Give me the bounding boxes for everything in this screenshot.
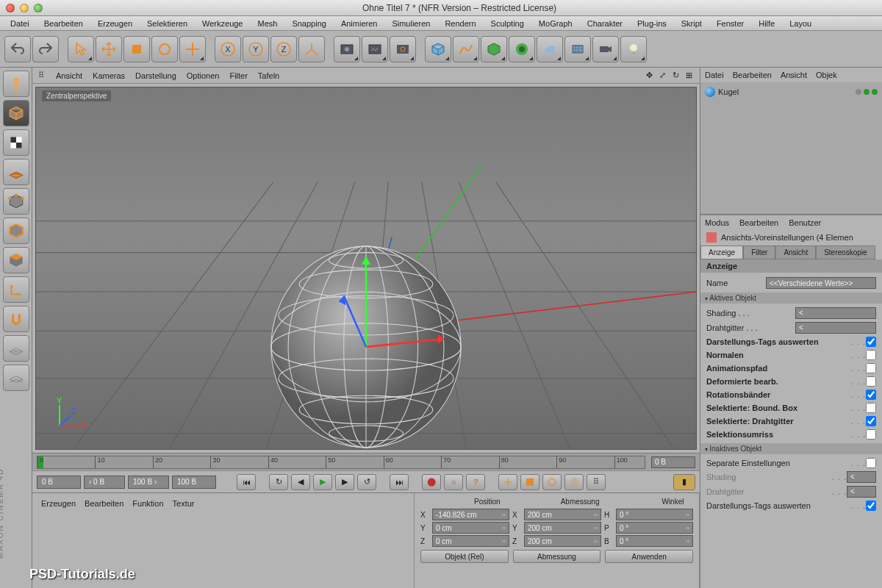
menu-simulieren[interactable]: Simulieren <box>384 18 437 29</box>
viewtab-kameras[interactable]: Kameras <box>93 71 125 80</box>
group-inactive[interactable]: Inaktives Objekt <box>700 443 882 454</box>
menu-erzeugen[interactable]: Erzeugen <box>90 18 140 29</box>
attr-tab-stereoskopie[interactable]: Stereoskopie <box>816 245 875 259</box>
key-move-button[interactable] <box>498 474 517 490</box>
menu-datei[interactable]: Datei <box>3 18 37 29</box>
rotate-view-icon[interactable]: ↻ <box>670 71 681 81</box>
check-darstellungstagsauswerten[interactable] <box>866 337 876 347</box>
prop-drahtgitter[interactable]: < <box>795 322 876 334</box>
dim-X[interactable]: 200 cm <box>524 509 601 520</box>
attr-tab-anzeige[interactable]: Anzeige <box>700 245 743 259</box>
om-menu-ansicht[interactable]: Ansicht <box>781 71 807 79</box>
key-rotate-button[interactable] <box>542 474 562 490</box>
iprop-drahtgitter[interactable]: < <box>847 486 876 498</box>
pos-X[interactable]: -140.826 cm <box>432 509 509 520</box>
scale-tool[interactable] <box>123 36 150 62</box>
check-rotationsbnder[interactable] <box>866 390 876 400</box>
pos-Z[interactable]: 0 cm <box>432 535 509 547</box>
menu-sculpting[interactable]: Sculpting <box>484 18 531 29</box>
timeline-ruler[interactable]: 0102030405060708090100 <box>37 456 645 469</box>
viewtab-darstellung[interactable]: Darstellung <box>135 71 176 80</box>
mat-tab-erzeugen[interactable]: Erzeugen <box>41 499 76 508</box>
om-menu-bearbeiten[interactable]: Bearbeiten <box>733 71 772 79</box>
layout-view-icon[interactable]: ⊞ <box>684 71 694 81</box>
ang-P[interactable]: 0 ° <box>616 522 693 534</box>
menu-skript[interactable]: Skript <box>674 18 709 29</box>
vis-render-dot[interactable] <box>872 89 878 95</box>
key-scale-button[interactable] <box>520 474 539 490</box>
mat-tab-funktion[interactable]: Funktion <box>132 499 163 508</box>
range-start[interactable]: 0 B <box>37 476 81 489</box>
ang-H[interactable]: 0 ° <box>616 509 693 520</box>
key-grid-button[interactable]: ⠿ <box>587 474 606 490</box>
attr-menu-benutzer[interactable]: Benutzer <box>789 218 821 227</box>
workplane-mode[interactable] <box>3 159 29 185</box>
icheck-separateeinstellungen[interactable] <box>866 458 876 468</box>
edge-mode[interactable] <box>3 218 29 244</box>
om-menu-datei[interactable]: Datei <box>705 71 724 79</box>
make-editable[interactable] <box>3 71 29 97</box>
axis-mode[interactable] <box>3 276 29 303</box>
record-button[interactable]: ⬤ <box>422 474 441 490</box>
model-mode[interactable] <box>3 100 29 126</box>
menu-rendern[interactable]: Rendern <box>437 18 483 29</box>
ang-B[interactable]: 0 ° <box>616 535 693 547</box>
layout-button[interactable]: ▮ <box>673 474 695 490</box>
add-light[interactable] <box>620 36 647 62</box>
attr-menu-modus[interactable]: Modus <box>705 218 729 227</box>
point-mode[interactable] <box>3 188 29 215</box>
add-environment[interactable] <box>537 36 563 62</box>
recent-tool[interactable] <box>179 36 206 62</box>
attr-tab-filter[interactable]: Filter <box>743 245 775 259</box>
timeline[interactable]: 0102030405060708090100 0 B <box>32 453 700 470</box>
soft-select[interactable] <box>3 365 29 391</box>
goto-start-button[interactable]: ⏮ <box>237 474 256 490</box>
coord-apply-button[interactable]: Anwenden <box>605 550 693 563</box>
polygon-mode[interactable] <box>3 247 29 273</box>
menu-snapping[interactable]: Snapping <box>284 18 334 29</box>
key-options-button[interactable]: ? <box>466 474 485 490</box>
coord-mode-button[interactable]: Objekt (Rel) <box>420 550 509 563</box>
menu-werkzeuge[interactable]: Werkzeuge <box>195 18 250 29</box>
rotate-tool[interactable] <box>151 36 178 62</box>
viewtab-optionen[interactable]: Optionen <box>187 71 220 80</box>
menu-mograph[interactable]: MoGraph <box>531 18 580 29</box>
y-axis-lock[interactable]: Y <box>243 36 269 62</box>
iprop-shading[interactable]: < <box>847 471 876 483</box>
menu-mesh[interactable]: Mesh <box>250 18 284 29</box>
add-primitive[interactable] <box>425 36 451 62</box>
z-axis-lock[interactable]: Z <box>270 36 297 62</box>
redo-button[interactable] <box>32 36 59 62</box>
viewtab-ansicht[interactable]: Ansicht <box>56 71 82 80</box>
close-icon[interactable] <box>6 4 15 12</box>
check-animationspfad[interactable] <box>866 363 876 373</box>
render-view[interactable] <box>334 36 360 62</box>
viewport[interactable]: Zentralperspektive <box>35 87 697 450</box>
add-camera[interactable] <box>592 36 619 62</box>
icheck-darstellungstagsauswerten[interactable] <box>866 501 876 511</box>
check-deformiertebearb[interactable] <box>866 376 876 387</box>
range-next[interactable]: 100 B › <box>128 476 169 489</box>
coord-system[interactable] <box>298 36 325 62</box>
menu-selektieren[interactable]: Selektieren <box>140 18 195 29</box>
add-spline[interactable] <box>453 36 479 62</box>
autokey-button[interactable]: ○ <box>444 474 463 490</box>
render-picture[interactable] <box>362 36 388 62</box>
maximize-icon[interactable] <box>34 4 43 12</box>
dim-Z[interactable]: 200 cm <box>524 535 601 547</box>
object-manager[interactable]: Kugel <box>700 82 882 215</box>
play-button[interactable]: ▶ <box>313 474 332 490</box>
layer-dot[interactable] <box>856 89 861 95</box>
loop2-button[interactable]: ↺ <box>357 474 376 490</box>
dim-Y[interactable]: 200 cm <box>524 522 601 534</box>
move-tool[interactable] <box>96 36 122 62</box>
coord-size-button[interactable]: Abmessung <box>513 550 601 563</box>
menu-bearbeiten[interactable]: Bearbeiten <box>37 18 90 29</box>
grip-icon[interactable]: ⠿ <box>38 71 44 80</box>
attr-menu-bearbeiten[interactable]: Bearbeiten <box>739 218 778 227</box>
mat-tab-textur[interactable]: Textur <box>173 499 195 508</box>
pos-Y[interactable]: 0 cm <box>432 522 509 534</box>
snap-toggle[interactable] <box>3 306 29 332</box>
loop-button[interactable]: ↻ <box>269 474 288 490</box>
add-scene[interactable] <box>564 36 591 62</box>
